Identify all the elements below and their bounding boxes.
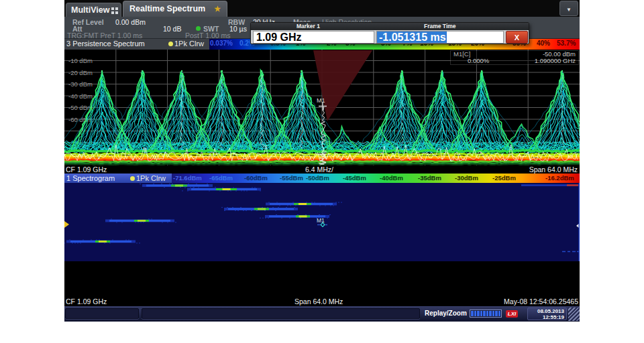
svg-text:-20 dBm: -20 dBm — [68, 69, 93, 76]
svg-text:0.000%: 0.000% — [468, 57, 490, 64]
svg-text:M1: M1 — [317, 217, 325, 224]
svg-text:-40 dBm: -40 dBm — [68, 92, 93, 100]
svg-text:M1: M1 — [317, 97, 325, 104]
svg-text:-10 dBm: -10 dBm — [68, 57, 93, 64]
svg-text:-30 dBm: -30 dBm — [68, 80, 93, 88]
svg-text:1.090000 GHz: 1.090000 GHz — [535, 57, 576, 64]
svg-text:-50 dBm: -50 dBm — [68, 104, 93, 111]
